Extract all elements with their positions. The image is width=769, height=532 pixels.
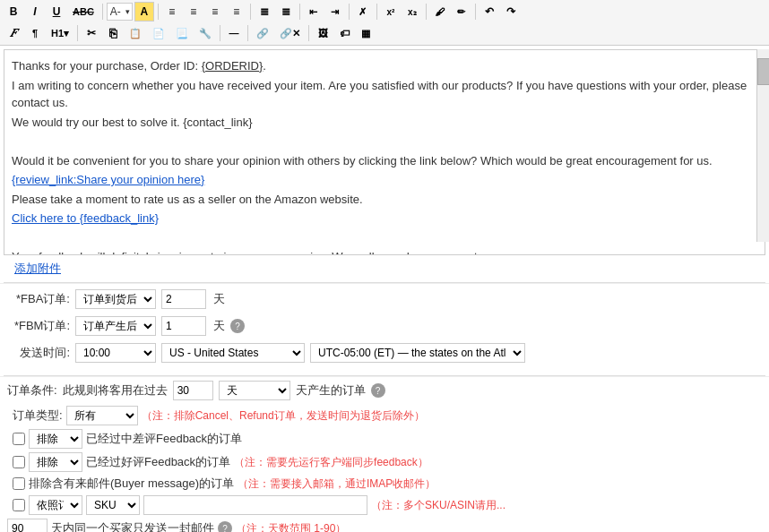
sep2 (158, 4, 159, 20)
per-buyer-days-row: 天内同一个买家只发送一封邮件 ? （注：天数范围 1-90） (7, 519, 762, 532)
paste-plain-btn[interactable]: 📋 (125, 23, 146, 43)
exclude-bad-feedback-label: 已经过中差评Feedback的订单 (86, 431, 242, 447)
insert-special-btn[interactable]: 🔧 (194, 23, 216, 43)
list-unordered-btn[interactable]: ≣ (255, 2, 274, 21)
fbm-select[interactable]: 订单产生后 订单到货后 (75, 316, 156, 336)
list-ordered-btn[interactable]: ≣ (276, 2, 296, 21)
sku-input[interactable] (143, 495, 367, 515)
paste-special-btn[interactable]: 📃 (171, 23, 193, 43)
order-type-select[interactable]: 所有 (66, 406, 138, 425)
sku-type-select[interactable]: SKU (86, 495, 140, 515)
order-type-label: 订单类型: (13, 408, 63, 424)
fba-select[interactable]: 订单到货后 订单产生后 (75, 289, 156, 309)
exclude-buyer-message-label: 排除含有来邮件(Buyer message)的订单 (29, 476, 234, 492)
exclude-bad-feedback-checkbox[interactable] (13, 433, 25, 445)
fba-days-input[interactable] (161, 289, 206, 309)
fba-label: *FBA订单: (7, 291, 70, 307)
editor-wrapper: Thanks for your purchase, Order ID: {ORD… (0, 49, 769, 255)
exclude-good-feedback-label: 已经过好评Feedback的订单 (86, 454, 230, 470)
order-condition-suffix: 天产生的订单 (296, 382, 366, 399)
italic-btn[interactable]: I (25, 2, 45, 21)
exclude-buyer-message-checkbox[interactable] (13, 477, 25, 490)
font-highlight-btn[interactable]: A (134, 2, 154, 21)
order-type-note: （注：排除Cancel、Refund订单，发送时间为退货后除外） (142, 408, 425, 424)
add-attachment-link[interactable]: 添加附件 (7, 258, 68, 279)
per-buyer-days-label: 天内同一个买家只发送一封邮件 (51, 520, 214, 532)
exclude-buyer-message-row: 排除含有来邮件(Buyer message)的订单 （注：需要接入邮箱，通过IM… (7, 476, 762, 492)
align-center-btn[interactable]: ≡ (184, 2, 203, 21)
sku-action-select[interactable]: 依照订单 (29, 495, 82, 515)
hr-btn[interactable]: — (224, 23, 244, 43)
exclude-good-feedback-row: 排除 已经过好评Feedback的订单 （注：需要先运行客户端同步feedbac… (7, 452, 762, 472)
sep9 (77, 25, 78, 41)
outdent-btn[interactable]: ⇤ (304, 2, 324, 21)
per-buyer-days-input[interactable] (7, 519, 48, 532)
insert-tag-btn[interactable]: 🏷 (334, 23, 354, 43)
fbm-label: *FBM订单: (7, 318, 70, 334)
indent-btn[interactable]: ⇥ (325, 2, 345, 21)
insert-image-btn[interactable]: 🖼 (313, 23, 333, 43)
fbm-help-icon[interactable]: ? (230, 319, 245, 333)
fbm-days-input[interactable] (161, 316, 206, 336)
paragraph-btn[interactable]: ¶ (25, 23, 45, 43)
timezone-select[interactable]: UTC-05:00 (ET) — the states on the Atla (310, 343, 525, 363)
send-time-select[interactable]: 10:00 (75, 343, 156, 363)
scrollbar-track[interactable] (756, 49, 769, 242)
sku-row: 依照订单 SKU （注：多个SKU/ASIN请用... (7, 495, 762, 515)
country-select[interactable]: US - United States (161, 343, 305, 363)
paste-rich-btn[interactable]: 📄 (148, 23, 169, 43)
paint-btn[interactable]: 🖌 (430, 2, 450, 21)
review-link[interactable]: {review_link:Share your opinion here} (12, 173, 204, 186)
editor-line-2: I am writing to concern whether you have… (12, 77, 757, 112)
font-size-control[interactable]: A- ▾ (107, 3, 133, 21)
editor-line-10: Your feedback will definitely inspire us… (12, 248, 757, 255)
fba-row: *FBA订单: 订单到货后 订单产生后 天 (7, 289, 762, 309)
remove-link-btn[interactable]: 🔗✕ (275, 23, 305, 43)
align-right-btn[interactable]: ≡ (205, 2, 225, 21)
editor-line-9 (12, 229, 757, 247)
editor-area[interactable]: Thanks for your purchase, Order ID: {ORD… (4, 49, 765, 255)
align-justify-btn[interactable]: ≡ (227, 2, 246, 21)
font-size-label: A- (108, 5, 124, 18)
sku-checkbox[interactable] (13, 499, 25, 511)
order-condition-help-icon[interactable]: ? (371, 383, 385, 398)
order-condition-period-select[interactable]: 天 (219, 381, 290, 400)
insert-link-btn[interactable]: 🔗 (252, 23, 273, 43)
clear-format-btn[interactable]: ✗ (353, 2, 373, 21)
redo-btn[interactable]: ↷ (501, 2, 521, 21)
editor-line-6: {review_link:Share your opinion here} (12, 171, 757, 189)
sep6 (376, 4, 377, 20)
editor-line-4 (12, 133, 757, 150)
editor-line-1: Thanks for your purchase, Order ID: {ORD… (12, 57, 757, 75)
sep1 (102, 4, 103, 20)
align-left-btn[interactable]: ≡ (162, 2, 182, 21)
order-condition-days-input[interactable] (173, 381, 213, 400)
sep7 (426, 4, 427, 20)
fba-section: *FBA订单: 订单到货后 订单产生后 天 *FBM订单: 订单产生后 订单到货… (0, 283, 769, 375)
per-buyer-help-icon[interactable]: ? (218, 521, 232, 532)
eraser-btn[interactable]: ✏ (452, 2, 471, 21)
scrollbar-thumb[interactable] (757, 58, 769, 85)
exclude-good-feedback-checkbox[interactable] (13, 456, 25, 468)
feedback-link[interactable]: Click here to {feedback_link} (12, 211, 159, 225)
font-family-btn[interactable]: 𝐹 (4, 23, 23, 43)
bold-btn[interactable]: B (4, 2, 23, 21)
editor-line-8: Click here to {feedback_link} (12, 210, 757, 227)
cut-btn[interactable]: ✂ (82, 23, 101, 43)
order-type-row: 订单类型: 所有 （注：排除Cancel、Refund订单，发送时间为退货后除外… (7, 406, 762, 425)
strikethrough-btn[interactable]: ABC (68, 2, 99, 21)
exclude-bad-feedback-row: 排除 已经过中差评Feedback的订单 (7, 429, 762, 449)
underline-btn[interactable]: U (47, 2, 66, 21)
insert-table-btn[interactable]: ▦ (356, 23, 376, 43)
per-buyer-note: （注：天数范围 1-90） (236, 521, 346, 533)
copy-btn[interactable]: ⎘ (103, 23, 123, 43)
exclude-action-2[interactable]: 排除 (29, 452, 82, 472)
font-size-down-arrow[interactable]: ▾ (124, 7, 132, 16)
undo-btn[interactable]: ↶ (480, 2, 499, 21)
send-time-label: 发送时间: (7, 345, 70, 361)
exclude-buyer-message-note: （注：需要接入邮箱，通过IMAP收邮件） (238, 476, 436, 492)
heading-btn[interactable]: H1▾ (47, 23, 73, 43)
subscript-btn[interactable]: x₂ (402, 2, 422, 21)
exclude-action-1[interactable]: 排除 (29, 429, 82, 449)
superscript-btn[interactable]: x² (381, 2, 401, 21)
